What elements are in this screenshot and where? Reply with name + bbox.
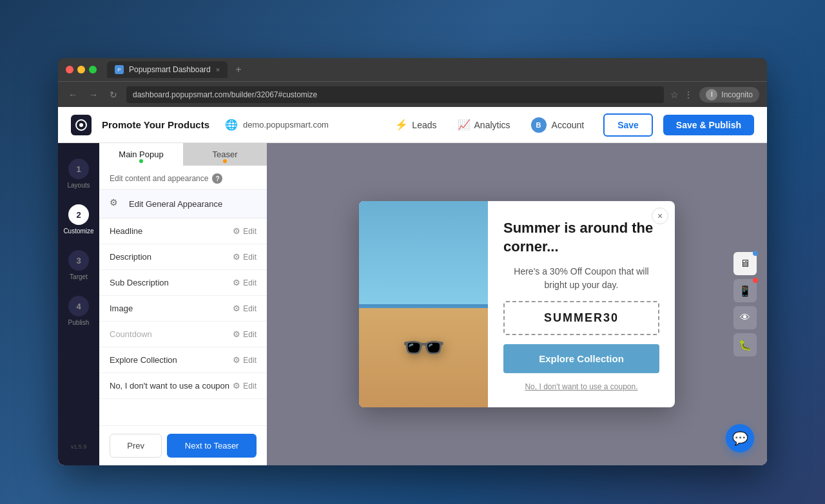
gear-icon: ⚙ xyxy=(110,197,122,210)
address-icons: ☆ ⋮ xyxy=(670,90,693,100)
sidebar-step-2[interactable]: 2 Customize xyxy=(58,199,99,240)
main-layout: 1 Layouts 2 Customize 3 Target 4 Publish… xyxy=(58,143,767,465)
forward-button[interactable]: → xyxy=(86,88,101,101)
panel-footer: Prev Next to Teaser xyxy=(99,425,267,465)
maximize-window-button[interactable] xyxy=(89,66,97,73)
description-edit-label: Edit xyxy=(243,253,257,262)
account-button[interactable]: B Account xyxy=(522,113,594,137)
minimize-window-button[interactable] xyxy=(77,66,85,73)
image-edit-button[interactable]: ⚙ Edit xyxy=(233,304,257,313)
domain-chip[interactable]: 🌐 demo.popupsmart.com xyxy=(225,119,329,131)
sub-description-edit-icon: ⚙ xyxy=(233,278,240,287)
edit-item-sub-description[interactable]: Sub Description ⚙ Edit xyxy=(99,270,267,296)
debug-button[interactable]: 🐛 xyxy=(733,333,757,356)
decline-link[interactable]: No, I don't want to use a coupon. xyxy=(503,382,659,391)
tab-bar: P Popupsmart Dashboard × + xyxy=(58,58,767,81)
step-label-4: Publish xyxy=(68,319,90,326)
image-edit-icon: ⚙ xyxy=(233,304,240,313)
reload-button[interactable]: ↻ xyxy=(107,88,120,101)
edit-item-image[interactable]: Image ⚙ Edit xyxy=(99,296,267,322)
step-circle-2: 2 xyxy=(68,204,89,225)
eye-icon: 👁 xyxy=(740,312,750,324)
incognito-label: Incognito xyxy=(721,90,753,99)
image-edit-label: Edit xyxy=(243,304,257,313)
sky-background xyxy=(359,201,488,315)
tab-main-popup-label: Main Popup xyxy=(119,150,163,159)
close-window-button[interactable] xyxy=(66,66,73,73)
description-edit-button[interactable]: ⚙ Edit xyxy=(233,252,257,262)
canvas-area: × 🕶️ Summer is around the corner... xyxy=(267,143,767,465)
sidebar-step-4[interactable]: 4 Publish xyxy=(58,291,99,331)
account-label: Account xyxy=(552,120,585,130)
sub-description-edit-button[interactable]: ⚙ Edit xyxy=(233,278,257,287)
popup-body: 🕶️ Summer is around the corner... Here's… xyxy=(359,201,675,407)
preview-button[interactable]: 👁 xyxy=(733,306,757,329)
leads-label: Leads xyxy=(412,120,436,130)
app-content: Promote Your Products 🌐 demo.popupsmart.… xyxy=(58,107,767,465)
step-circle-1: 1 xyxy=(68,159,89,179)
tab-teaser[interactable]: Teaser xyxy=(183,143,267,166)
edit-item-explore-collection[interactable]: Explore Collection ⚙ Edit xyxy=(99,347,267,373)
desktop-view-button[interactable]: 🖥 xyxy=(733,252,757,275)
globe-icon: 🌐 xyxy=(225,119,238,131)
incognito-button[interactable]: I Incognito xyxy=(699,87,759,102)
no-coupon-edit-icon: ⚙ xyxy=(233,381,240,391)
analytics-nav-item[interactable]: 📈 Analytics xyxy=(449,113,519,136)
edit-item-no-coupon[interactable]: No, I don't want to use a coupon ⚙ Edit xyxy=(99,373,267,399)
tab-close-button[interactable]: × xyxy=(216,66,220,73)
popup-image: 🕶️ xyxy=(359,201,488,407)
edit-item-general-appearance[interactable]: ⚙ Edit General Appearance xyxy=(99,189,267,218)
headline-edit-icon: ⚙ xyxy=(233,226,240,236)
headline-edit-button[interactable]: ⚙ Edit xyxy=(233,226,257,236)
leads-nav-item[interactable]: ⚡ Leads xyxy=(386,113,445,136)
browser-tab[interactable]: P Popupsmart Dashboard × xyxy=(107,61,228,78)
new-tab-button[interactable]: + xyxy=(235,64,241,75)
next-to-teaser-button[interactable]: Next to Teaser xyxy=(167,434,257,458)
mobile-view-button[interactable]: 📱 xyxy=(733,279,757,302)
help-icon[interactable]: ? xyxy=(212,173,222,184)
sidebar-step-1[interactable]: 1 Layouts xyxy=(58,153,99,194)
edit-item-description[interactable]: Description ⚙ Edit xyxy=(99,244,267,270)
no-coupon-edit-button[interactable]: ⚙ Edit xyxy=(233,381,257,391)
leads-icon: ⚡ xyxy=(395,119,408,131)
sidebar-step-3[interactable]: 3 Target xyxy=(58,245,99,286)
back-button[interactable]: ← xyxy=(66,88,80,101)
tab-main-popup[interactable]: Main Popup xyxy=(99,143,183,166)
address-input[interactable]: dashboard.popupsmart.com/builder/32067#c… xyxy=(126,86,664,103)
description-edit-icon: ⚙ xyxy=(233,252,240,262)
tab-main-popup-dot xyxy=(139,159,143,163)
menu-icon[interactable]: ⋮ xyxy=(684,90,693,100)
general-appearance-label: Edit General Appearance xyxy=(129,199,257,209)
step-label-3: Target xyxy=(70,273,88,280)
step-label-1: Layouts xyxy=(67,182,90,189)
svg-point-1 xyxy=(79,123,83,127)
explore-collection-button[interactable]: Explore Collection xyxy=(503,344,659,373)
incognito-avatar: I xyxy=(706,89,717,101)
explore-collection-edit-button[interactable]: ⚙ Edit xyxy=(233,355,257,365)
sunglasses-image: 🕶️ xyxy=(402,327,446,369)
coupon-code-box: SUMMER30 xyxy=(503,301,659,335)
sub-description-edit-label: Edit xyxy=(243,278,257,287)
popup-preview: × 🕶️ Summer is around the corner... xyxy=(359,201,675,407)
step-circle-4: 4 xyxy=(68,296,89,316)
bookmark-icon[interactable]: ☆ xyxy=(670,90,679,100)
tab-teaser-label: Teaser xyxy=(212,150,237,159)
panel-area: Main Popup Teaser Edit content and appea… xyxy=(99,143,267,465)
description-label: Description xyxy=(110,252,233,262)
edit-item-countdown[interactable]: Countdown ⚙ Edit xyxy=(99,322,267,347)
chat-icon: 💬 xyxy=(732,431,748,446)
save-publish-button[interactable]: Save & Publish xyxy=(663,115,754,135)
popup-close-button[interactable]: × xyxy=(652,208,668,224)
bug-icon: 🐛 xyxy=(739,339,752,351)
step-label-2: Customize xyxy=(63,228,93,235)
desktop-icon: 🖥 xyxy=(740,258,750,269)
chat-support-button[interactable]: 💬 xyxy=(726,424,754,452)
prev-button[interactable]: Prev xyxy=(110,434,162,458)
save-button[interactable]: Save xyxy=(603,113,653,137)
edit-item-headline[interactable]: Headline ⚙ Edit xyxy=(99,218,267,244)
app-header: Promote Your Products 🌐 demo.popupsmart.… xyxy=(58,107,767,143)
image-label: Image xyxy=(110,304,233,313)
mobile-dot xyxy=(753,278,758,283)
countdown-edit-button[interactable]: ⚙ Edit xyxy=(233,329,257,339)
tab-label: Popupsmart Dashboard xyxy=(129,65,211,74)
